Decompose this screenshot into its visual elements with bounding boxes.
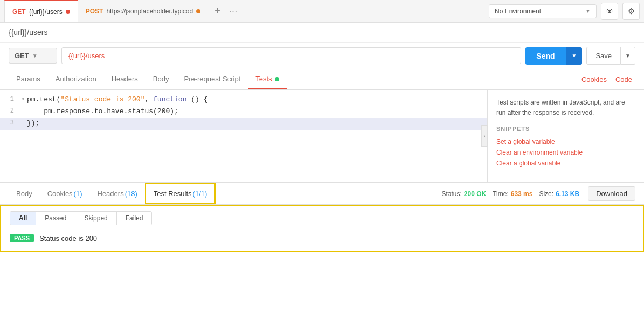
filter-all[interactable]: All (10, 212, 36, 225)
tab-url-post: https://jsonplaceholder.typicod (106, 8, 193, 15)
code-editor[interactable]: 1 • pm.test("Status code is 200", functi… (0, 90, 488, 182)
size-value: 6.13 KB (556, 190, 579, 198)
headers-tab-label: Headers (98, 190, 124, 198)
line-code-3: }); (27, 118, 39, 127)
right-links: Cookies Code (578, 70, 635, 89)
tab-dot-post (196, 9, 200, 13)
settings-icon-button[interactable]: ⚙ (622, 3, 640, 20)
add-tab-button[interactable]: + (212, 3, 223, 19)
bottom-tab-cookies[interactable]: Cookies (1) (40, 183, 90, 204)
filter-tabs: All Passed Skipped Failed (10, 211, 152, 225)
line-dot-3 (19, 118, 27, 119)
code-line-1: 1 • pm.test("Status code is 200", functi… (0, 94, 487, 106)
tab-bar: GET {{url}}/users POST https://jsonplace… (0, 0, 644, 23)
status-label: Status: (441, 190, 461, 198)
method-chevron-icon: ▼ (32, 53, 38, 59)
send-button[interactable]: Send (525, 47, 565, 65)
save-button-group: Save ▼ (586, 47, 635, 65)
tab-params[interactable]: Params (9, 69, 48, 89)
pass-badge: PASS (10, 234, 34, 242)
save-arrow-button[interactable]: ▼ (621, 47, 635, 65)
time-value: 633 ms (511, 190, 533, 198)
code-line-3: 3 }); (0, 118, 487, 130)
line-num-1: 1 (0, 94, 19, 103)
eye-icon-button[interactable]: 👁 (601, 3, 618, 20)
method-select[interactable]: GET ▼ (9, 48, 57, 64)
headers-badge: (18) (125, 190, 137, 198)
filter-passed[interactable]: Passed (36, 212, 75, 225)
filter-failed[interactable]: Failed (117, 212, 152, 225)
line-code-1: pm.test("Status code is 200", function (… (27, 94, 208, 103)
bottom-tabs-bar: Body Cookies (1) Headers (18) Test Resul… (0, 183, 644, 205)
status-value: 200 OK (464, 190, 486, 198)
url-input[interactable] (61, 47, 521, 64)
bottom-section: Body Cookies (1) Headers (18) Test Resul… (0, 182, 644, 252)
tab-tests-label: Tests (255, 75, 272, 83)
tab-get-users[interactable]: GET {{url}}/users (4, 0, 78, 22)
tab-pre-request-script[interactable]: Pre-request Script (176, 69, 248, 89)
tab-body[interactable]: Body (146, 69, 177, 89)
time-label: Time: (493, 190, 509, 198)
code-line-2: 2 pm.response.to.have.status(200); (0, 106, 487, 118)
snippet-set-global[interactable]: Set a global variable (496, 136, 635, 147)
test-results-badge: (1/1) (193, 190, 207, 198)
size-label: Size: (539, 190, 553, 198)
tab-url-get: {{url}}/users (29, 8, 63, 16)
expand-panel-handle[interactable]: › (481, 125, 488, 147)
send-arrow-button[interactable]: ▼ (566, 47, 583, 65)
tab-dot-get (66, 10, 70, 14)
snippet-clear-env[interactable]: Clear an environment variable (496, 147, 635, 158)
method-label: GET (15, 52, 29, 60)
bottom-tab-headers[interactable]: Headers (18) (90, 183, 145, 204)
code-link[interactable]: Code (612, 70, 635, 89)
download-button[interactable]: Download (588, 186, 635, 201)
test-results-content: All Passed Skipped Failed PASS Status co… (0, 205, 644, 252)
line-code-2: pm.response.to.have.status(200); (27, 106, 178, 115)
status-bar: Status: 200 OK Time: 633 ms Size: 6.13 K… (441, 186, 635, 201)
test-row-1: PASS Status code is 200 (10, 231, 634, 246)
test-results-tab-label: Test Results (154, 190, 192, 198)
tab-headers[interactable]: Headers (104, 69, 146, 89)
snippets-panel: Test scripts are written in JavaScript, … (488, 90, 644, 182)
tab-method-post: POST (86, 8, 103, 15)
cookies-badge: (1) (74, 190, 82, 198)
save-button[interactable]: Save (586, 47, 621, 65)
tab-post-jsonplaceholder[interactable]: POST https://jsonplaceholder.typicod (78, 0, 208, 22)
chevron-down-icon: ▼ (585, 8, 591, 14)
cookies-link[interactable]: Cookies (578, 70, 610, 89)
bottom-tab-body[interactable]: Body (9, 183, 40, 204)
send-button-group: Send ▼ (525, 47, 582, 65)
filter-skipped[interactable]: Skipped (75, 212, 116, 225)
more-tabs-button[interactable]: ··· (227, 4, 240, 18)
main-content: 1 • pm.test("Status code is 200", functi… (0, 90, 644, 182)
env-select[interactable]: No Environment ▼ (489, 4, 597, 18)
tab-actions: + ··· (212, 3, 240, 19)
snippet-clear-global[interactable]: Clear a global variable (496, 158, 635, 169)
line-dot-1: • (19, 94, 27, 103)
request-tabs: Params Authorization Headers Body Pre-re… (0, 69, 644, 90)
bottom-tab-test-results[interactable]: Test Results (1/1) (145, 183, 216, 204)
tests-dot-icon (275, 77, 279, 81)
snippets-description: Test scripts are written in JavaScript, … (496, 98, 635, 118)
tab-tests[interactable]: Tests (248, 69, 286, 89)
request-title: {{url}}/users (0, 23, 644, 43)
tab-authorization[interactable]: Authorization (48, 69, 104, 89)
tab-method-get: GET (12, 8, 26, 16)
line-num-3: 3 (0, 118, 19, 127)
snippets-title: SNIPPETS (496, 126, 635, 132)
env-label: No Environment (495, 8, 541, 15)
line-dot-2 (19, 106, 27, 107)
test-name: Status code is 200 (39, 234, 97, 242)
cookies-tab-label: Cookies (47, 190, 73, 198)
url-bar: GET ▼ Send ▼ Save ▼ (0, 43, 644, 69)
env-bar: No Environment ▼ 👁 ⚙ (489, 3, 640, 20)
line-num-2: 2 (0, 106, 19, 115)
